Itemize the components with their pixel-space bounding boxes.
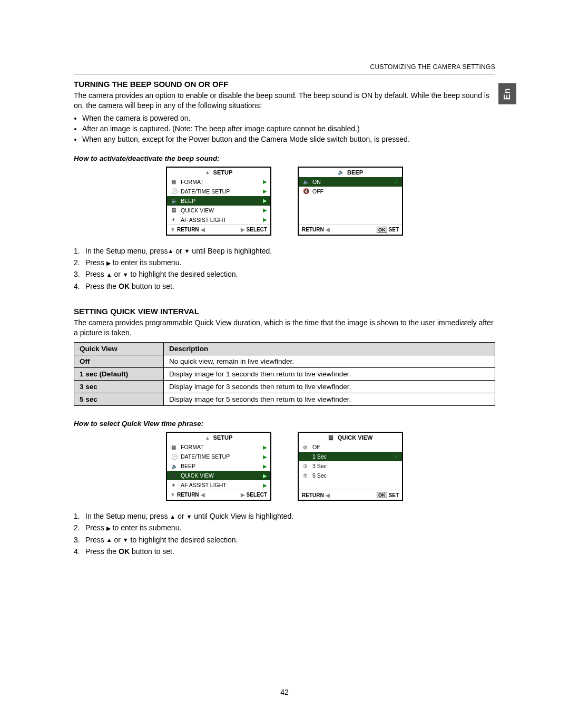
menu-row: ✶AF ASSIST LIGHT▶ bbox=[167, 215, 270, 225]
up-arrow-icon: ▲ bbox=[170, 512, 175, 522]
menu-row: 🕑DATE/TIME SETUP▶ bbox=[167, 452, 270, 461]
screen-title: 🔈 BEEP bbox=[299, 168, 402, 177]
menu-label: BEEP bbox=[181, 463, 195, 469]
step-text: or bbox=[112, 536, 123, 544]
five-sec-icon: ⑤ bbox=[303, 473, 309, 479]
qv-intro: The camera provides programmable Quick V… bbox=[74, 318, 495, 338]
down-arrow-icon: ▼ bbox=[170, 492, 175, 498]
down-arrow-icon: ▼ bbox=[184, 247, 190, 256]
qv-howto-heading: How to select Quick View time phrase: bbox=[74, 420, 495, 428]
down-arrow-icon: ▼ bbox=[170, 227, 175, 232]
step-text: until Quick View is highlighted. bbox=[192, 512, 293, 520]
table-cell-name: 3 sec bbox=[74, 381, 164, 393]
menu-row: 🕑DATE/TIME SETUP▶ bbox=[167, 187, 270, 196]
screen-footer: RETURN ◀ OK SET bbox=[299, 225, 402, 235]
table-cell-name: 1 sec (Default) bbox=[74, 368, 164, 381]
option-label: ON bbox=[312, 179, 321, 185]
menu-label: BEEP bbox=[181, 198, 195, 204]
step-text: Press bbox=[85, 270, 106, 278]
step-text-bold: OK bbox=[119, 282, 130, 290]
option-row: 🔇OFF bbox=[299, 187, 402, 196]
chevron-right-icon: ▶ bbox=[263, 207, 267, 213]
table-row: 3 secDisplay image for 3 seconds then re… bbox=[74, 381, 495, 393]
down-arrow-icon: ▼ bbox=[186, 512, 192, 522]
step-text: to highlight the desired selection. bbox=[129, 536, 238, 544]
menu-row: 🔈BEEP▶ bbox=[167, 461, 270, 471]
left-arrow-icon: ◀ bbox=[326, 227, 330, 232]
table-cell-desc: No quick view, remain in live viewfinder… bbox=[164, 355, 495, 368]
right-arrow-icon: ▶ bbox=[106, 524, 111, 533]
option-row-highlighted: 🔈ON✓ bbox=[299, 177, 402, 187]
step-item: In the Setup menu, press▲ or ▼ until Bee… bbox=[74, 245, 495, 257]
option-row-highlighted: ①1 Sec✓ bbox=[299, 452, 402, 461]
spacer bbox=[299, 196, 402, 225]
menu-row: ▦FORMAT▶ bbox=[167, 442, 270, 452]
chevron-right-icon: ▶ bbox=[263, 463, 267, 469]
option-label: OFF bbox=[312, 188, 323, 195]
spacer bbox=[299, 480, 402, 490]
step-text: In the Setup menu, press bbox=[85, 247, 168, 255]
menu-label: FORMAT bbox=[181, 179, 204, 185]
speaker-icon: 🔈 bbox=[171, 463, 178, 469]
beep-screens: ▲ SETUP ▦FORMAT▶ 🕑DATE/TIME SETUP▶ 🔈BEEP… bbox=[74, 167, 495, 236]
speaker-on-icon: 🔈 bbox=[303, 179, 309, 185]
light-icon: ✶ bbox=[171, 217, 178, 222]
quickview-table: Quick View Description OffNo quick view,… bbox=[74, 342, 495, 406]
table-cell-name: 5 sec bbox=[74, 393, 164, 406]
table-header: Description bbox=[164, 343, 495, 355]
step-item: Press ▲ or ▼ to highlight the desired se… bbox=[74, 268, 495, 280]
step-text: Press bbox=[85, 523, 106, 532]
option-label: 3 Sec bbox=[312, 463, 327, 469]
list-item: When any button, except for the Power bu… bbox=[82, 134, 495, 144]
qv-section-title: SETTING QUICK VIEW INTERVAL bbox=[74, 307, 495, 316]
screen-beep-options: 🔈 BEEP 🔈ON✓ 🔇OFF RETURN ◀ OK SET bbox=[298, 167, 403, 236]
step-text: until Beep is highlighted. bbox=[190, 247, 272, 255]
down-arrow-icon: ▼ bbox=[123, 270, 129, 280]
option-row: ⑤5 Sec bbox=[299, 471, 402, 480]
ok-icon: OK bbox=[377, 227, 387, 233]
one-sec-icon: ① bbox=[303, 454, 309, 460]
step-text: or bbox=[175, 512, 186, 520]
list-item: After an image is captured. (Note: The b… bbox=[82, 123, 495, 134]
language-tab: En bbox=[498, 83, 516, 104]
menu-label: DATE/TIME SETUP bbox=[181, 188, 230, 195]
page: CUSTOMIZING THE CAMERA SETTINGS En TURNI… bbox=[0, 0, 569, 728]
screen-footer: RETURN ◀ OK SET bbox=[299, 490, 402, 500]
right-arrow-icon: ▶ bbox=[106, 259, 111, 268]
table-header: Quick View bbox=[74, 343, 164, 355]
left-arrow-icon: ◀ bbox=[201, 227, 205, 232]
menu-row: ✶AF ASSIST LIGHT▶ bbox=[167, 480, 270, 490]
image-icon: 🖼 bbox=[171, 473, 178, 479]
step-text: or bbox=[173, 247, 184, 255]
screen-title-text: SETUP bbox=[213, 169, 233, 176]
check-icon: ✓ bbox=[394, 179, 399, 185]
chevron-right-icon: ▶ bbox=[263, 188, 267, 194]
chevron-right-icon: ▶ bbox=[263, 444, 267, 450]
table-row: 5 secDisplay image for 5 seconds then re… bbox=[74, 393, 495, 406]
footer-select: SELECT bbox=[247, 492, 267, 498]
screen-title: ▲ SETUP bbox=[167, 433, 270, 442]
page-number: 42 bbox=[0, 688, 569, 696]
step-item: Press the OK button to set. bbox=[74, 280, 495, 292]
menu-row: 🖼QUICK VIEW▶ bbox=[167, 206, 270, 215]
footer-select: SELECT bbox=[247, 227, 267, 232]
speaker-off-icon: 🔇 bbox=[303, 188, 309, 194]
screen-title-text: QUICK VIEW bbox=[338, 434, 373, 441]
table-header-row: Quick View Description bbox=[74, 343, 495, 355]
step-item: Press ▶ to enter its submenu. bbox=[74, 257, 495, 268]
menu-label: DATE/TIME SETUP bbox=[181, 453, 230, 460]
option-row: ③3 Sec bbox=[299, 461, 402, 471]
table-cell-desc: Display image for 3 seconds then return … bbox=[164, 381, 495, 393]
check-icon: ✓ bbox=[394, 453, 399, 460]
chevron-right-icon: ▶ bbox=[263, 473, 267, 479]
footer-set: SET bbox=[389, 492, 399, 498]
step-text: to enter its submenu. bbox=[111, 258, 182, 267]
qv-screens: ▲ SETUP ▦FORMAT▶ 🕑DATE/TIME SETUP▶ 🔈BEEP… bbox=[74, 432, 495, 501]
screen-setup-qv: ▲ SETUP ▦FORMAT▶ 🕑DATE/TIME SETUP▶ 🔈BEEP… bbox=[166, 432, 271, 501]
image-icon: 🖼 bbox=[171, 207, 178, 213]
right-arrow-icon: ▶ bbox=[241, 492, 245, 498]
up-arrow-icon: ▲ bbox=[205, 435, 210, 441]
chevron-right-icon: ▶ bbox=[263, 217, 267, 222]
clock-icon: 🕑 bbox=[171, 188, 178, 194]
option-label: Off bbox=[312, 444, 320, 450]
